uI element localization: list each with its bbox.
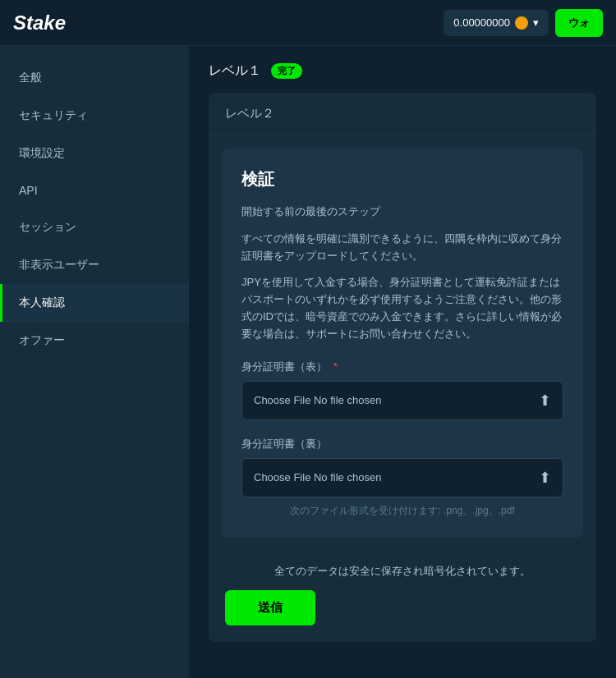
sidebar-item-environment[interactable]: 環境設定 <box>0 135 189 172</box>
file-format-hint: 次のファイル形式を受け付けます: .png、.jpg、.pdf <box>241 504 563 518</box>
upload-icon: ⬆ <box>539 392 551 410</box>
sidebar-item-security[interactable]: セキュリティ <box>0 97 189 135</box>
sidebar-item-hidden-users[interactable]: 非表示ユーザー <box>0 246 189 284</box>
sidebar-item-session[interactable]: セッション <box>0 208 189 246</box>
level2-header: レベル２ <box>209 93 596 135</box>
back-file-text: Choose File No file chosen <box>254 471 381 483</box>
header-right: 0.00000000 ▾ ウォ <box>444 9 603 37</box>
security-note: 全てのデータは安全に保存され暗号化されています。 <box>225 564 580 579</box>
front-file-text: Choose File No file chosen <box>254 394 381 406</box>
back-id-label: 身分証明書（裏） <box>241 437 563 451</box>
verification-desc2: すべての情報を明確に識別できるように、四隅を枠内に収めて身分証明書をアップロード… <box>241 231 563 265</box>
verification-desc1: 開始する前の最後のステップ <box>241 204 563 221</box>
level1-badge: 完了 <box>271 63 302 79</box>
sidebar-item-api[interactable]: API <box>0 172 189 208</box>
verification-title: 検証 <box>241 168 563 190</box>
sidebar-item-offers[interactable]: オファー <box>0 322 189 360</box>
verification-card: 検証 開始する前の最後のステップ すべての情報を明確に識別できるように、四隅を枠… <box>222 149 583 538</box>
sidebar: 全般 セキュリティ 環境設定 API セッション 非表示ユーザー 本人確認 オフ… <box>0 46 189 678</box>
back-file-upload[interactable]: Choose File No file chosen ⬆ <box>241 458 563 497</box>
main-layout: 全般 セキュリティ 環境設定 API セッション 非表示ユーザー 本人確認 オフ… <box>0 46 616 678</box>
upload-icon-back: ⬆ <box>539 469 551 487</box>
coin-icon <box>515 16 528 30</box>
wallet-button[interactable]: ウォ <box>555 9 603 37</box>
level2-container: レベル２ 検証 開始する前の最後のステップ すべての情報を明確に識別できるように… <box>209 93 596 642</box>
required-indicator: * <box>333 360 338 373</box>
balance-amount: 0.00000000 <box>453 16 510 29</box>
front-file-upload[interactable]: Choose File No file chosen ⬆ <box>241 381 563 420</box>
sidebar-item-identity[interactable]: 本人確認 <box>0 284 189 322</box>
chevron-down-icon: ▾ <box>533 16 539 29</box>
front-id-label: 身分証明書（表） * <box>241 360 563 374</box>
balance-button[interactable]: 0.00000000 ▾ <box>444 10 549 36</box>
submit-button[interactable]: 送信 <box>225 590 315 625</box>
content-area: レベル１ 完了 レベル２ 検証 開始する前の最後のステップ すべての情報を明確に… <box>189 46 616 678</box>
level1-title: レベル１ <box>209 62 261 80</box>
level1-header: レベル１ 完了 <box>209 62 596 80</box>
sidebar-item-general[interactable]: 全般 <box>0 59 189 97</box>
bottom-section: 全てのデータは安全に保存され暗号化されています。 送信 <box>209 551 596 642</box>
logo: Stake <box>13 11 66 34</box>
verification-desc3: JPYを使用して入金する場合、身分証明書として運転免許証またはパスポートのいずれ… <box>241 274 563 342</box>
header: Stake 0.00000000 ▾ ウォ <box>0 0 616 46</box>
